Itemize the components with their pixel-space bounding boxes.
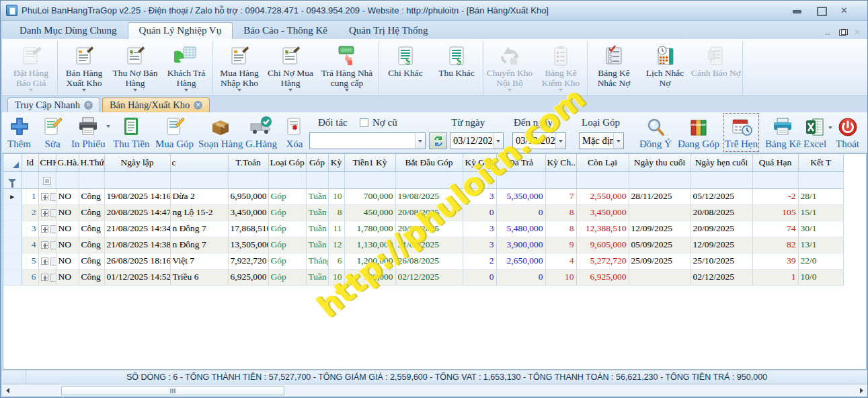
menu-tab-quan-tri[interactable]: Quản Trị Hệ Thống	[338, 23, 439, 39]
xoa-button[interactable]: Xóa	[284, 114, 305, 151]
col-header-doitac[interactable]: c	[170, 154, 228, 171]
filter-cell[interactable]	[56, 171, 79, 188]
table-row[interactable]: 2 NO Công 20/08/2025 14:47 ng Lộ 15-2 3,…	[3, 204, 844, 221]
chevron-down-icon[interactable]	[493, 133, 503, 149]
table-row[interactable]: ► 1 NO Công 19/08/2025 14:16 Dừa 2 6,950…	[3, 188, 844, 204]
filter-cell[interactable]	[496, 171, 545, 188]
table-row[interactable]: 4 NO Công 21/08/2025 14:38 n Đông 7 13,5…	[3, 237, 844, 253]
filter-cell[interactable]	[691, 171, 752, 188]
row-checkbox[interactable]	[50, 241, 56, 249]
in-phieu-button[interactable]: In Phiếu	[71, 114, 105, 151]
lich-nhac-no-button[interactable]: Lịch Nhắc Nợ	[639, 41, 691, 95]
bang-ke-kiem-kho-button[interactable]: Bảng Kê Kiểm Kho	[535, 41, 586, 95]
chevron-down-icon[interactable]	[415, 133, 425, 149]
dong-y-button[interactable]: Đồng Ý	[639, 114, 672, 151]
filter-cell[interactable]	[170, 171, 228, 188]
tra-hang-ncc-button[interactable]: Trả Hàng Nhà cung cấp	[316, 41, 378, 95]
den-ngay-datepicker[interactable]: 03/12/2025	[512, 132, 566, 149]
filter-cell[interactable]	[798, 171, 844, 188]
col-header-kygop[interactable]: Kỳ Góp	[463, 154, 496, 171]
khach-tra-hang-button[interactable]: Khách Trả Hàng	[161, 41, 212, 95]
filter-cell[interactable]	[104, 171, 170, 188]
expand-plus-icon[interactable]	[41, 241, 48, 249]
row-checkbox[interactable]	[50, 274, 56, 282]
col-header-tien1ky[interactable]: Tiền1 Kỳ	[344, 154, 395, 171]
mua-hang-nhap-kho-button[interactable]: Mua Hàng Nhập Kho	[214, 41, 265, 95]
filter-cell[interactable]	[228, 171, 268, 188]
filter-cell[interactable]	[328, 171, 344, 188]
table-row[interactable]: 5 NO Công 26/08/2025 18:16 Việt 7 7,922,…	[3, 253, 844, 269]
tu-ngay-datepicker[interactable]: 03/12/2025	[450, 132, 504, 149]
col-header-gop[interactable]: Góp	[306, 154, 328, 171]
mdi-close-icon[interactable]: ✕	[854, 29, 862, 36]
row-checkbox[interactable]	[50, 209, 56, 217]
loai-gop-combobox[interactable]: Mặc định	[579, 132, 624, 149]
filter-chk-cell[interactable]	[38, 171, 56, 188]
thoat-button[interactable]: Thoát	[836, 114, 859, 151]
tab-ban-hang-xuat-kho[interactable]: Bán Hàng/Xuất Kho ✕	[102, 97, 210, 112]
chevron-down-icon[interactable]	[613, 133, 623, 149]
col-header-batdaugop[interactable]: Bắt Đầu Góp	[395, 154, 463, 171]
col-header-ttoan[interactable]: T.Toán	[228, 154, 268, 171]
cell-chk[interactable]	[38, 188, 56, 204]
col-header-ngayhencuoi[interactable]: Ngày hẹn cuối	[691, 154, 752, 171]
cell-chk[interactable]	[38, 221, 56, 237]
col-header-ngaythucuoi[interactable]: Ngày thu cuối	[629, 154, 691, 171]
them-button[interactable]: Thêm	[7, 114, 31, 151]
col-header-ket[interactable]: Kết T	[798, 154, 844, 171]
expand-plus-icon[interactable]	[41, 225, 48, 233]
refresh-button[interactable]	[429, 132, 447, 149]
filter-funnel-cell[interactable]	[3, 171, 22, 188]
doi-tac-combobox[interactable]	[309, 132, 426, 149]
chi-khac-button[interactable]: $ Chi Khác	[380, 41, 431, 95]
col-header-loaigop[interactable]: Loại Góp	[268, 154, 306, 171]
expand-plus-icon[interactable]	[41, 274, 48, 281]
soan-hang-button[interactable]: Soạn Hàng	[198, 114, 243, 151]
filter-cell[interactable]	[268, 171, 306, 188]
scrollbar-thumb[interactable]	[61, 386, 284, 395]
filter-cell[interactable]	[545, 171, 576, 188]
excel-button[interactable]: Excel	[803, 114, 826, 151]
expand-plus-icon[interactable]	[41, 257, 48, 265]
mdi-minimize-icon[interactable]	[824, 29, 832, 36]
canh-bao-no-button[interactable]: Cảnh Báo Nợ	[691, 41, 742, 95]
mdi-restore-icon[interactable]	[839, 29, 847, 36]
no-cu-checkbox[interactable]	[360, 118, 368, 127]
col-header-quahan[interactable]: Quá Hạn	[752, 154, 798, 171]
select-all-header[interactable]	[3, 154, 22, 171]
col-header-id[interactable]: Id	[22, 154, 38, 171]
cell-chk[interactable]	[38, 253, 56, 269]
thu-khac-button[interactable]: $ Thu Khác	[431, 41, 482, 95]
col-header-datra[interactable]: Đã Trả	[496, 154, 545, 171]
giao-hang-button[interactable]: G.Hàng	[245, 114, 277, 151]
filter-cell[interactable]	[22, 171, 38, 188]
expand-plus-icon[interactable]	[41, 209, 48, 216]
maximize-icon[interactable]	[816, 7, 826, 15]
dang-gop-button[interactable]: Đang Góp	[678, 114, 719, 151]
tre-hen-button[interactable]: Trễ Hẹn	[725, 114, 758, 151]
filter-cell[interactable]	[306, 171, 328, 188]
col-header-conlai[interactable]: Còn Lại	[576, 154, 629, 171]
row-checkbox[interactable]	[50, 257, 56, 266]
chuyen-kho-noi-bo-button[interactable]: Chuyển Kho Nội Bộ	[484, 41, 535, 95]
row-checkbox[interactable]	[50, 193, 56, 201]
col-header-chk[interactable]: CHK	[38, 154, 56, 171]
sua-button[interactable]: Sửa	[42, 114, 63, 151]
filter-cell[interactable]	[576, 171, 629, 188]
filter-cell[interactable]	[79, 171, 104, 188]
filter-cell[interactable]	[463, 171, 496, 188]
filter-cell[interactable]	[344, 171, 395, 188]
tab-truy-cap-nhanh[interactable]: Truy Cập Nhanh ✕	[7, 97, 100, 112]
cell-chk[interactable]	[38, 204, 56, 221]
tab-close-icon[interactable]: ✕	[194, 101, 202, 110]
dat-hang-bao-gia-button[interactable]: Đặt Hàng Báo Giá	[5, 41, 56, 95]
thu-tien-button[interactable]: Thu Tiền	[113, 114, 150, 151]
chi-no-mua-hang-button[interactable]: $ Chi Nợ Mua Hàng	[265, 41, 316, 95]
scroll-left-icon[interactable]	[2, 385, 13, 396]
col-header-ghang[interactable]: G.Hà...	[56, 154, 79, 171]
expand-plus-icon[interactable]	[41, 193, 48, 200]
col-header-hthuc[interactable]: H.Thức	[79, 154, 104, 171]
col-header-ky[interactable]: Kỳ	[328, 154, 344, 171]
mua-gop-button[interactable]: Mua Góp	[155, 114, 194, 151]
chevron-down-icon[interactable]	[555, 133, 565, 149]
